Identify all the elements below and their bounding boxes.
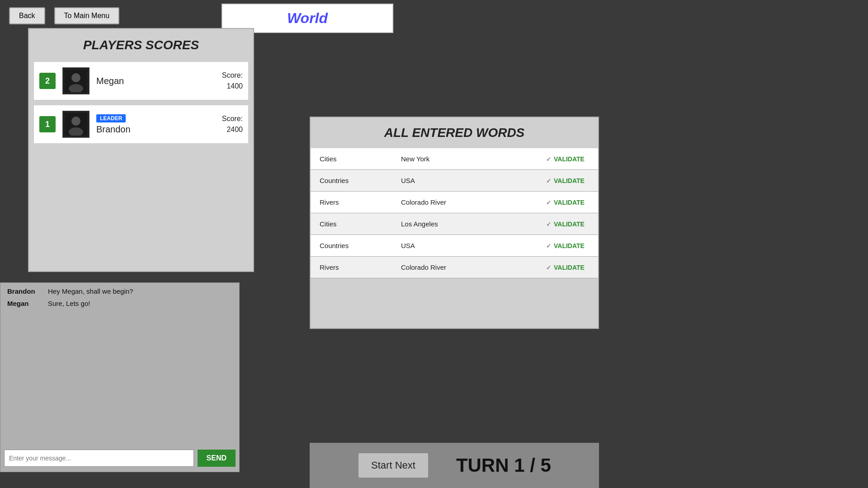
validate-label: VALIDATE bbox=[554, 264, 585, 271]
player-avatar bbox=[62, 111, 90, 138]
word-category: Rivers bbox=[311, 263, 401, 271]
start-next-button[interactable]: Start Next bbox=[358, 452, 429, 479]
words-list: CitiesNew York✓VALIDATECountriesUSA✓VALI… bbox=[311, 148, 598, 278]
checkmark-icon: ✓ bbox=[546, 264, 552, 271]
chat-input-area: SEND bbox=[0, 445, 239, 472]
player-name: Megan bbox=[96, 76, 215, 86]
chat-text: Hey Megan, shall we begin? bbox=[48, 287, 133, 295]
chat-text: Sure, Lets go! bbox=[48, 300, 90, 307]
validate-button[interactable]: ✓VALIDATE bbox=[539, 199, 598, 206]
svg-point-1 bbox=[71, 73, 80, 82]
word-value: New York bbox=[401, 155, 539, 163]
word-value: USA bbox=[401, 177, 539, 184]
checkmark-icon: ✓ bbox=[546, 199, 552, 206]
word-value: Colorado River bbox=[401, 198, 539, 206]
chat-sender: Megan bbox=[7, 300, 43, 307]
validate-button[interactable]: ✓VALIDATE bbox=[539, 177, 598, 184]
word-row: CitiesNew York✓VALIDATE bbox=[311, 148, 598, 170]
chat-messages: BrandonHey Megan, shall we begin?MeganSu… bbox=[0, 283, 239, 427]
validate-label: VALIDATE bbox=[554, 177, 585, 184]
word-value: Colorado River bbox=[401, 263, 539, 271]
chat-message: BrandonHey Megan, shall we begin? bbox=[7, 287, 232, 295]
word-category: Rivers bbox=[311, 198, 401, 206]
validate-button[interactable]: ✓VALIDATE bbox=[539, 264, 598, 271]
validate-button[interactable]: ✓VALIDATE bbox=[539, 242, 598, 249]
chat-panel: BrandonHey Megan, shall we begin?MeganSu… bbox=[0, 282, 240, 472]
players-list: 2 MeganScore:14001 LEADERBrandonScore:24… bbox=[29, 61, 253, 144]
player-avatar bbox=[62, 67, 90, 94]
validate-label: VALIDATE bbox=[554, 199, 585, 206]
validate-button[interactable]: ✓VALIDATE bbox=[539, 221, 598, 228]
checkmark-icon: ✓ bbox=[546, 242, 552, 249]
world-title: World bbox=[287, 10, 328, 26]
player-rank: 1 bbox=[39, 116, 56, 132]
validate-label: VALIDATE bbox=[554, 221, 585, 228]
player-score: Score:2400 bbox=[222, 113, 243, 135]
players-panel: PLAYERS SCORES 2 MeganScore:14001 LEADER… bbox=[28, 28, 254, 272]
word-row: CountriesUSA✓VALIDATE bbox=[311, 235, 598, 257]
words-title: ALL ENTERED WORDS bbox=[311, 117, 598, 148]
word-category: Cities bbox=[311, 155, 401, 163]
validate-label: VALIDATE bbox=[554, 155, 585, 163]
back-button[interactable]: Back bbox=[9, 7, 45, 24]
player-row: 1 LEADERBrandonScore:2400 bbox=[33, 105, 249, 144]
player-score: Score:1400 bbox=[222, 70, 243, 92]
player-rank: 2 bbox=[39, 73, 56, 89]
chat-sender: Brandon bbox=[7, 287, 43, 295]
send-button[interactable]: SEND bbox=[198, 450, 236, 467]
main-menu-button[interactable]: To Main Menu bbox=[54, 7, 120, 24]
checkmark-icon: ✓ bbox=[546, 177, 552, 184]
bottom-panel: Start Next TURN 1 / 5 bbox=[310, 443, 599, 488]
validate-button[interactable]: ✓VALIDATE bbox=[539, 155, 598, 163]
words-panel: ALL ENTERED WORDS CitiesNew York✓VALIDAT… bbox=[310, 117, 599, 329]
word-row: CitiesLos Angeles✓VALIDATE bbox=[311, 213, 598, 235]
word-value: Los Angeles bbox=[401, 220, 539, 228]
word-category: Cities bbox=[311, 220, 401, 228]
chat-message: MeganSure, Lets go! bbox=[7, 300, 232, 307]
turn-display: TURN 1 / 5 bbox=[456, 455, 551, 476]
player-row: 2 MeganScore:1400 bbox=[33, 61, 249, 100]
word-value: USA bbox=[401, 242, 539, 249]
leader-badge: LEADER bbox=[96, 114, 126, 122]
chat-input[interactable] bbox=[4, 450, 194, 467]
player-info: Megan bbox=[96, 76, 215, 86]
word-category: Countries bbox=[311, 177, 401, 184]
validate-label: VALIDATE bbox=[554, 242, 585, 249]
player-info: LEADERBrandon bbox=[96, 114, 215, 135]
top-bar: Back To Main Menu bbox=[0, 0, 868, 32]
checkmark-icon: ✓ bbox=[546, 221, 552, 228]
svg-point-4 bbox=[71, 117, 80, 126]
player-name: Brandon bbox=[96, 124, 215, 135]
word-row: RiversColorado River✓VALIDATE bbox=[311, 192, 598, 213]
word-row: CountriesUSA✓VALIDATE bbox=[311, 170, 598, 192]
players-title: PLAYERS SCORES bbox=[29, 29, 253, 61]
word-category: Countries bbox=[311, 242, 401, 249]
checkmark-icon: ✓ bbox=[546, 155, 552, 163]
word-row: RiversColorado River✓VALIDATE bbox=[311, 257, 598, 278]
